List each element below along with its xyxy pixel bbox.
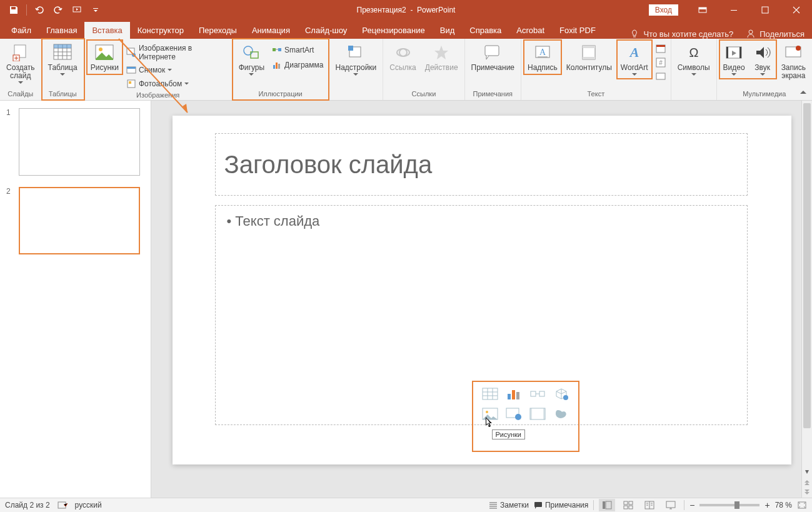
qat-customize-button[interactable] — [87, 3, 104, 18]
screenshot-button[interactable]: Снимок — [124, 64, 229, 76]
screen-recording-button[interactable]: Запись экрана — [778, 40, 809, 83]
slideshow-view-button[interactable] — [663, 499, 679, 511]
slide-thumbnail-1[interactable] — [19, 108, 140, 176]
slide-number-button[interactable]: # — [653, 56, 668, 69]
date-icon — [656, 44, 666, 54]
scrollbar-thumb[interactable] — [803, 103, 811, 428]
headerfooter-button[interactable]: Колонтитулы — [563, 40, 616, 74]
svg-rect-33 — [583, 46, 595, 48]
reading-view-button[interactable] — [641, 499, 658, 511]
tab-insert[interactable]: Вставка — [84, 22, 129, 39]
tab-home[interactable]: Главная — [39, 22, 84, 39]
vertical-scrollbar[interactable]: ▴ ▾ — [801, 101, 812, 498]
insert-video-icon[interactable] — [529, 407, 546, 421]
person-icon — [746, 29, 756, 39]
title-placeholder[interactable]: Заголовок слайда — [215, 133, 748, 196]
audio-label: Звук — [754, 64, 770, 72]
undo-button[interactable] — [31, 3, 48, 18]
collapse-ribbon-button[interactable] — [798, 88, 808, 98]
chevron-down-icon — [249, 73, 254, 76]
maximize-button[interactable] — [751, 0, 779, 19]
tab-foxit[interactable]: Foxit PDF — [552, 22, 603, 39]
body-placeholder[interactable]: • Текст слайда Рисунки — [215, 205, 748, 425]
table-button[interactable]: Таблица — [44, 40, 81, 79]
wordart-button[interactable]: A WordArt — [617, 40, 652, 79]
tab-animations[interactable]: Анимация — [244, 22, 298, 39]
tab-design[interactable]: Конструктор — [130, 22, 191, 39]
tab-view[interactable]: Вид — [433, 22, 463, 39]
zoom-out-button[interactable]: − — [689, 500, 694, 510]
slide-sorter-view-button[interactable] — [620, 499, 636, 511]
audio-button[interactable]: Звук — [749, 40, 776, 79]
slide-edit-area[interactable]: Заголовок слайда • Текст слайда Рисунки — [151, 101, 812, 498]
tab-file[interactable]: Файл — [4, 22, 39, 39]
video-button[interactable]: Видео — [719, 40, 749, 79]
scroll-down-button[interactable]: ▾ — [802, 466, 812, 476]
zoom-level[interactable]: 78 % — [775, 501, 792, 509]
tell-me-label: Что вы хотите сделать? — [643, 29, 733, 39]
action-button[interactable]: Действие — [421, 40, 462, 74]
insert-chart-icon[interactable] — [505, 387, 523, 401]
insert-table-icon[interactable] — [481, 387, 499, 401]
addins-button[interactable]: Надстройки — [331, 40, 380, 79]
prev-slide-button[interactable] — [802, 476, 812, 487]
online-pictures-button[interactable]: Изображения в Интернете — [124, 43, 229, 63]
zoom-slider-handle[interactable] — [734, 501, 739, 509]
spellcheck-icon[interactable] — [58, 501, 68, 509]
slide-canvas[interactable]: Заголовок слайда • Текст слайда Рисунки — [173, 116, 791, 464]
shapes-button[interactable]: Фигуры — [235, 40, 268, 79]
thumbnail-item[interactable]: 1 — [6, 108, 144, 176]
insert-online-picture-icon[interactable] — [505, 407, 523, 421]
svg-point-13 — [132, 53, 136, 57]
redo-button[interactable] — [49, 3, 67, 18]
record-icon — [783, 43, 803, 63]
pictures-button[interactable]: Рисунки — [87, 40, 123, 74]
headerfooter-label: Колонтитулы — [566, 64, 612, 72]
next-slide-button[interactable] — [802, 487, 812, 498]
smartart-button[interactable]: SmartArt — [269, 44, 326, 56]
group-comments-label: Примечания — [468, 89, 518, 100]
tell-me-search[interactable]: Что вы хотите сделать? — [629, 29, 733, 39]
signin-button[interactable]: Вход — [649, 4, 678, 16]
insert-icon-icon[interactable] — [553, 407, 570, 421]
chart-button[interactable]: Диаграмма — [269, 59, 326, 71]
textbox-button[interactable]: A Надпись — [524, 40, 561, 74]
tab-transitions[interactable]: Переходы — [191, 22, 244, 39]
share-button[interactable]: Поделиться — [746, 29, 804, 39]
zoom-slider[interactable] — [699, 504, 759, 506]
date-time-button[interactable] — [653, 43, 668, 55]
new-slide-button[interactable]: Создать слайд — [3, 40, 39, 87]
insert-picture-icon[interactable] — [481, 407, 499, 421]
slide-thumbnail-pane[interactable]: 1 2 — [0, 101, 151, 498]
quick-access-toolbar — [0, 3, 104, 18]
slide-indicator[interactable]: Слайд 2 из 2 — [5, 501, 50, 509]
object-button[interactable] — [653, 70, 668, 83]
tab-help[interactable]: Справка — [462, 22, 509, 39]
thumbnail-item[interactable]: 2 — [6, 187, 144, 254]
insert-3d-model-icon[interactable] — [553, 387, 570, 401]
insert-smartart-icon[interactable] — [529, 387, 546, 401]
chevron-down-icon — [168, 69, 172, 71]
comment-button[interactable]: Примечание — [468, 40, 518, 74]
notes-button[interactable]: Заметки — [489, 501, 529, 509]
symbols-button[interactable]: Ω Символы — [674, 40, 714, 79]
normal-view-button[interactable] — [599, 499, 615, 511]
slide-thumbnail-2[interactable] — [19, 187, 140, 254]
minimize-button[interactable] — [719, 0, 748, 19]
ribbon: Создать слайд Слайды Таблица Таблицы Рис… — [0, 39, 812, 101]
fit-to-window-button[interactable] — [797, 501, 807, 509]
photo-album-button[interactable]: Фотоальбом — [124, 78, 229, 90]
tab-slideshow[interactable]: Слайд-шоу — [298, 22, 354, 39]
tab-review[interactable]: Рецензирование — [354, 22, 432, 39]
tab-acrobat[interactable]: Acrobat — [509, 22, 552, 39]
link-button[interactable]: Ссылка — [386, 40, 419, 74]
start-slideshow-button[interactable] — [68, 3, 86, 18]
zoom-in-button[interactable]: + — [764, 500, 769, 510]
comments-button[interactable]: Примечания — [534, 501, 588, 509]
ribbon-display-options-button[interactable] — [688, 0, 717, 19]
close-button[interactable] — [782, 0, 811, 19]
symbols-label: Символы — [678, 64, 710, 72]
save-button[interactable] — [5, 3, 23, 18]
thumb-number: 1 — [6, 108, 14, 176]
language-indicator[interactable]: русский — [75, 501, 102, 509]
